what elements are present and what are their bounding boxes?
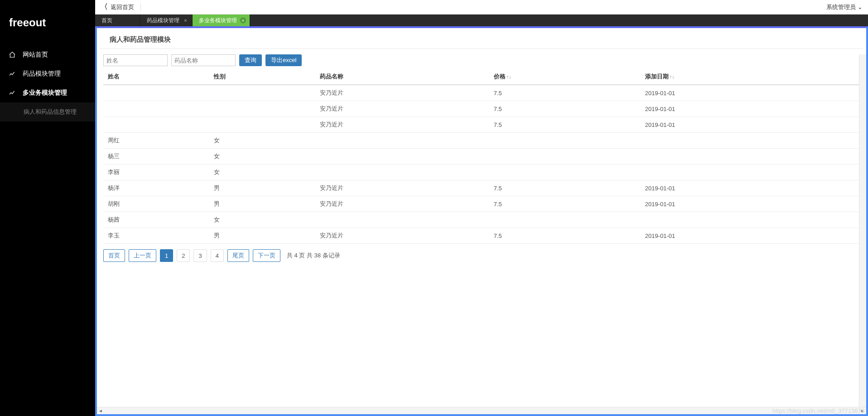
sidebar-item-multi[interactable]: 多业务模块管理: [0, 83, 95, 102]
cell-gender: 男: [209, 196, 315, 212]
cell-drug: [315, 212, 489, 228]
export-excel-button[interactable]: 导出excel: [265, 54, 302, 66]
cell-drug: [315, 149, 489, 164]
cell-date: [641, 212, 860, 228]
cell-date: [641, 133, 860, 149]
page-number-2[interactable]: 2: [177, 249, 190, 262]
scroll-track[interactable]: [104, 407, 859, 414]
query-button[interactable]: 查询: [239, 54, 262, 66]
cell-drug: 安乃近片: [315, 101, 489, 117]
cell-drug: [315, 133, 489, 149]
module-title: 病人和药品管理模块: [100, 28, 863, 49]
page-next-button[interactable]: 下一页: [253, 249, 280, 262]
chart-icon: [8, 70, 16, 78]
cell-price: 7.5: [489, 101, 641, 117]
table-row[interactable]: 周红女: [103, 133, 860, 149]
table-row[interactable]: 杨三女: [103, 149, 860, 164]
back-home-link[interactable]: 返回首页: [111, 3, 134, 11]
cell-price: [489, 164, 641, 180]
sidebar-subitem-patient-drug[interactable]: 病人和药品信息管理: [0, 102, 95, 121]
cell-name: 胡刚: [103, 196, 209, 212]
data-table: 姓名 性别 药品名称 价格↑↓ 添加日期↑↓ 安乃近片7.52019-01-01…: [103, 69, 860, 244]
cell-price: [489, 212, 641, 228]
cell-gender: 男: [209, 228, 315, 244]
cell-gender: 女: [209, 133, 315, 149]
col-drug: 药品名称: [315, 69, 489, 85]
tab-label: 首页: [101, 17, 112, 24]
cell-drug: [315, 164, 489, 180]
name-input[interactable]: [103, 54, 168, 66]
cell-date: [641, 164, 860, 180]
cell-name: 周红: [103, 133, 209, 149]
chevron-left-icon[interactable]: 〈: [101, 2, 108, 12]
table-row[interactable]: 杨茜女: [103, 212, 860, 228]
col-price-label: 价格: [494, 73, 506, 80]
sidebar-nav: 网站首页 药品模块管理 多业务模块管理 病人和药品信息管理: [0, 45, 95, 121]
tab-multi[interactable]: 多业务模块管理 ×: [193, 15, 250, 26]
page-prev-button[interactable]: 上一页: [129, 249, 156, 262]
horizontal-scrollbar[interactable]: ◄ ►: [97, 407, 866, 414]
cell-price: 7.5: [489, 180, 641, 196]
table-body: 安乃近片7.52019-01-01安乃近片7.52019-01-01安乃近片7.…: [103, 85, 860, 244]
sidebar-item-home[interactable]: 网站首页: [0, 45, 95, 64]
col-gender: 性别: [209, 69, 315, 85]
drug-input[interactable]: [171, 54, 236, 66]
topbar: 〈 返回首页 系统管理员 ⌄: [95, 0, 868, 15]
cell-gender: [209, 85, 315, 101]
table-row[interactable]: 安乃近片7.52019-01-01: [103, 85, 860, 101]
cell-drug: 安乃近片: [315, 196, 489, 212]
scroll-left-icon[interactable]: ◄: [97, 407, 104, 415]
col-date[interactable]: 添加日期↑↓: [641, 69, 860, 85]
cell-gender: 女: [209, 212, 315, 228]
chevron-down-icon: ⌄: [858, 4, 863, 10]
user-name: 系统管理员: [826, 3, 856, 11]
tab-home[interactable]: 首页: [95, 15, 140, 26]
close-icon[interactable]: ×: [183, 18, 188, 24]
cell-name: [103, 117, 209, 133]
page-number-1[interactable]: 1: [160, 249, 173, 262]
brand-logo: freeout: [0, 0, 95, 45]
cell-gender: 男: [209, 180, 315, 196]
table-row[interactable]: 安乃近片7.52019-01-01: [103, 117, 860, 133]
table-row[interactable]: 李玉男安乃近片7.52019-01-01: [103, 228, 860, 244]
chart-icon: [8, 89, 16, 97]
pagination: 首页 上一页 1234 尾页 下一页 共 4 页 共 38 条记录: [103, 249, 860, 262]
user-menu[interactable]: 系统管理员 ⌄: [826, 3, 863, 11]
cell-date: 2019-01-01: [641, 196, 860, 212]
table-row[interactable]: 李丽女: [103, 164, 860, 180]
page-number-3[interactable]: 3: [193, 249, 207, 262]
content-frame: 病人和药品管理模块 查询 导出excel 姓名 性别 药品名称: [95, 26, 868, 416]
sidebar: freeout 网站首页 药品模块管理 多业务模块管理 病人和药品信息管理: [0, 0, 95, 416]
divider: [140, 4, 141, 11]
sidebar-item-drug[interactable]: 药品模块管理: [0, 64, 95, 83]
cell-date: 2019-01-01: [641, 117, 860, 133]
close-icon[interactable]: ×: [240, 18, 246, 24]
sort-arrows-icon: ↑↓: [670, 74, 675, 79]
page-last-button[interactable]: 尾页: [227, 249, 249, 262]
home-icon: [8, 51, 16, 59]
cell-name: 杨三: [103, 149, 209, 164]
cell-drug: 安乃近片: [315, 180, 489, 196]
cell-gender: 女: [209, 164, 315, 180]
table-row[interactable]: 安乃近片7.52019-01-01: [103, 101, 860, 117]
filter-row: 查询 导出excel: [103, 54, 860, 66]
main-area: 〈 返回首页 系统管理员 ⌄ 首页 药品模块管理 × 多业务模块管理 × 病人和…: [95, 0, 868, 416]
cell-name: [103, 85, 209, 101]
tab-label: 药品模块管理: [147, 17, 179, 24]
cell-date: 2019-01-01: [641, 228, 860, 244]
tab-label: 多业务模块管理: [199, 17, 237, 24]
table-row[interactable]: 胡刚男安乃近片7.52019-01-01: [103, 196, 860, 212]
table-row[interactable]: 杨洋男安乃近片7.52019-01-01: [103, 180, 860, 196]
page-first-button[interactable]: 首页: [103, 249, 125, 262]
scroll-right-icon[interactable]: ►: [859, 407, 866, 415]
page-summary: 共 4 页 共 38 条记录: [287, 252, 340, 260]
tab-drug[interactable]: 药品模块管理 ×: [140, 15, 193, 26]
cell-price: [489, 149, 641, 164]
content-body: 查询 导出excel 姓名 性别 药品名称 价格↑↓: [97, 54, 866, 407]
cell-date: 2019-01-01: [641, 85, 860, 101]
sidebar-item-label: 药品模块管理: [23, 70, 61, 78]
vertical-scrollbar[interactable]: [859, 54, 866, 407]
topbar-left: 〈 返回首页: [101, 2, 141, 12]
col-price[interactable]: 价格↑↓: [489, 69, 641, 85]
page-number-4[interactable]: 4: [211, 249, 224, 262]
